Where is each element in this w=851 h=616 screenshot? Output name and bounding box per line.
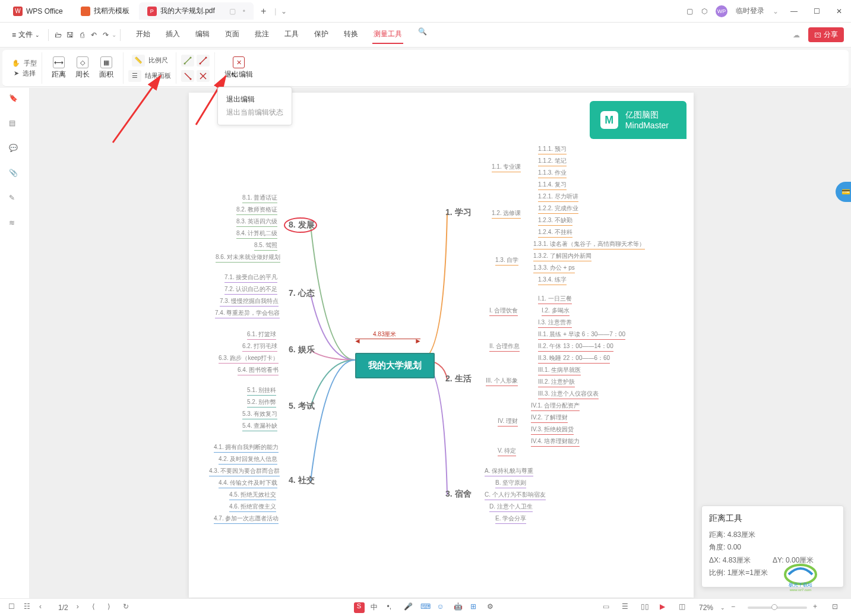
menu-protect[interactable]: 保护 xyxy=(313,26,330,44)
minimize-button[interactable]: — xyxy=(787,7,801,15)
keyboard-icon[interactable]: ⌨ xyxy=(420,602,431,613)
panel-row: 距离: 4.83厘米 xyxy=(709,529,836,542)
mindmap-leaf: II.2. 午休 13：00——14：00 xyxy=(538,342,613,350)
mindmap-leaf: IV.1. 合理分配资产 xyxy=(531,402,580,410)
rotate-icon[interactable]: ↻ xyxy=(123,602,134,613)
prev-page-icon[interactable]: ‹ xyxy=(39,602,50,613)
mindmap-leaf: 8.5. 驾照 xyxy=(254,241,277,249)
menu-tools[interactable]: 工具 xyxy=(283,26,300,44)
chevron-down-icon[interactable]: ⌄ xyxy=(720,605,725,611)
cloud-icon[interactable]: ☁ xyxy=(793,31,800,39)
thumbnail-icon[interactable]: ▤ xyxy=(9,119,21,131)
tab-current-doc[interactable]: P 我的大学规划.pdf ▢ • xyxy=(139,2,254,20)
file-menu-button[interactable]: ≡ 文件 ⌄ xyxy=(7,27,45,42)
menu-insert[interactable]: 插入 xyxy=(164,26,181,44)
menu-start[interactable]: 开始 xyxy=(135,26,151,44)
menu-measure[interactable]: 测量工具 xyxy=(372,26,403,44)
mindmap-leaf: III.3. 注意个人仪容仪表 xyxy=(538,390,599,398)
float-help-button[interactable]: 💳 xyxy=(836,182,851,202)
mindmap-main: 4. 社交 xyxy=(289,475,315,486)
redo-icon[interactable]: ↷ xyxy=(100,29,112,41)
menu-edit[interactable]: 编辑 xyxy=(194,26,211,44)
line-tool-1[interactable] xyxy=(181,55,194,67)
maximize-button[interactable]: ☐ xyxy=(809,7,824,15)
close-button[interactable]: ✕ xyxy=(832,7,846,15)
measurement-label: 4.83厘米 xyxy=(373,330,396,339)
mindmap-main: 5. 考试 xyxy=(289,401,315,412)
mindmap-leaf: 8.3. 英语四六级 xyxy=(236,217,277,226)
user-avatar[interactable]: WP xyxy=(716,5,727,17)
read-mode-icon[interactable]: ◫ xyxy=(679,602,689,613)
cube-icon[interactable]: ⬡ xyxy=(701,7,707,15)
comment-icon[interactable]: 💬 xyxy=(9,144,21,156)
nav-icon[interactable]: ☷ xyxy=(24,602,34,613)
view-facing-icon[interactable]: ▯▯ xyxy=(641,602,651,613)
sogou-icon[interactable]: S xyxy=(354,602,365,613)
attachment-icon[interactable]: 📎 xyxy=(9,169,21,181)
zoom-slider[interactable] xyxy=(748,606,807,609)
tab-more-icon[interactable]: • xyxy=(243,7,245,15)
lang-label[interactable]: 中 xyxy=(371,602,381,613)
layers-icon[interactable]: ≋ xyxy=(9,219,21,230)
menu-convert[interactable]: 转换 xyxy=(343,26,359,44)
undo-icon[interactable]: ↶ xyxy=(88,29,100,41)
line-tool-2[interactable] xyxy=(197,55,210,67)
distance-button[interactable]: ⟷ 距离 xyxy=(47,55,71,81)
fit-icon[interactable]: ⊡ xyxy=(832,602,843,613)
signature-icon[interactable]: ✎ xyxy=(9,194,21,206)
robot-icon[interactable]: 🤖 xyxy=(454,602,464,613)
save-icon[interactable]: 🖫 xyxy=(64,29,76,41)
bookmark-icon[interactable]: 🔖 xyxy=(9,94,21,106)
perimeter-button[interactable]: ◇ 周长 xyxy=(71,55,94,81)
panel-title: 距离工具 xyxy=(709,513,836,524)
login-label[interactable]: 临时登录 xyxy=(736,6,764,16)
presentation-icon[interactable]: ▶ xyxy=(660,602,670,613)
zoom-in-icon[interactable]: + xyxy=(813,602,824,613)
share-button[interactable]: ⮹ 分享 xyxy=(808,27,844,42)
svg-line-3 xyxy=(200,58,206,64)
tab-options-icon[interactable]: ▢ xyxy=(229,7,236,15)
emoji-icon[interactable]: ☺ xyxy=(437,602,448,613)
window-icon[interactable]: ▢ xyxy=(687,7,693,15)
last-page-icon[interactable]: ⟩ xyxy=(107,602,118,613)
mindmap-leaf: 5.1. 别挂科 xyxy=(247,386,276,394)
first-page-icon[interactable]: ⟨ xyxy=(92,602,103,613)
print-icon[interactable]: ⎙ xyxy=(76,29,88,41)
new-tab-button[interactable]: + xyxy=(255,4,272,19)
voice-icon[interactable]: 🎤 xyxy=(404,602,415,613)
menu-annotate[interactable]: 批注 xyxy=(254,26,270,44)
select-tool-button[interactable]: ➤ 选择 xyxy=(14,69,36,78)
mindmap-main: 8. 发展 xyxy=(289,220,315,230)
mindmap-leaf: 1.3.4. 练字 xyxy=(538,276,567,284)
scale-button[interactable]: 📏 比例尺 xyxy=(132,55,168,67)
zoom-label: 72% xyxy=(699,604,713,612)
mindmap-leaf: 6.3. 跑步（keep打卡） xyxy=(219,354,279,362)
gear-icon[interactable]: ⚙ xyxy=(487,602,498,613)
hand-tool-button[interactable]: ✋ 手型 xyxy=(12,59,37,68)
login-dropdown-icon[interactable]: ⌄ xyxy=(773,7,779,15)
view-continuous-icon[interactable]: ☰ xyxy=(622,602,632,613)
menu-page[interactable]: 页面 xyxy=(224,26,241,44)
view-single-icon[interactable]: ▭ xyxy=(603,602,613,613)
sidebar-toggle-icon[interactable]: ☐ xyxy=(8,602,19,613)
search-icon[interactable]: 🔍 xyxy=(416,26,428,37)
cursor-icon: ➤ xyxy=(14,70,19,77)
grid-icon[interactable]: ⊞ xyxy=(470,602,481,613)
menubar: ≡ 文件 ⌄ 🗁 🖫 ⎙ ↶ ↷ ⌄ 开始 插入 编辑 页面 批注 工具 保护 … xyxy=(0,23,851,48)
tab-dropdown-icon[interactable]: ⌄ xyxy=(281,7,287,15)
mindmap-leaf: III.2. 注意护肤 xyxy=(538,378,575,386)
open-icon[interactable]: 🗁 xyxy=(52,29,64,41)
tab-wps-office[interactable]: W WPS Office xyxy=(5,3,71,20)
zoom-out-icon[interactable]: − xyxy=(731,602,742,613)
next-page-icon[interactable]: › xyxy=(77,602,87,613)
mindmap-leaf: 4.4. 传输文件及时下载 xyxy=(219,479,277,487)
pdf-icon: P xyxy=(147,7,157,16)
mindmap-leaf: 1.2.3. 不缺勤 xyxy=(538,216,572,225)
chevron-down-icon[interactable]: ⌄ xyxy=(112,31,116,38)
mindmap-leaf: 1.2.1. 尽力听讲 xyxy=(538,192,578,201)
svg-text:www.xz7.com: www.xz7.com xyxy=(789,588,812,592)
punct-icon[interactable]: •, xyxy=(387,602,398,613)
mindmap-leaf: C. 个人行为不影响宿友 xyxy=(485,491,546,499)
tab-template[interactable]: 找稻壳模板 xyxy=(72,2,138,20)
area-icon: ▦ xyxy=(100,56,112,68)
